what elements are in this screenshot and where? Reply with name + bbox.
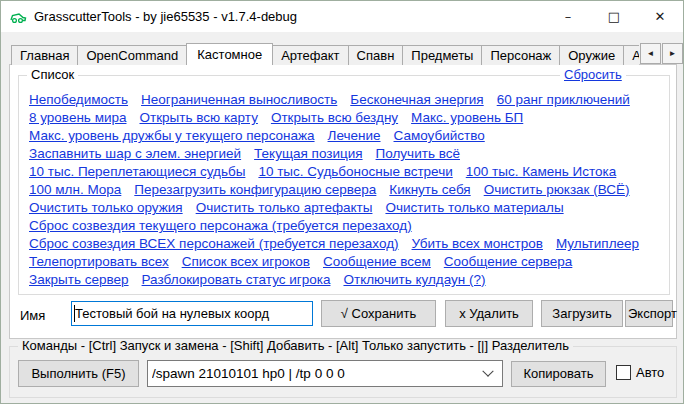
command-link[interactable]: Разблокировать статус игрока bbox=[142, 271, 331, 289]
chevron-down-icon[interactable] bbox=[482, 365, 493, 376]
command-link[interactable]: Список всех игроков bbox=[182, 253, 310, 271]
tab-page-custom: Список Сбросить НепобедимостьНеограничен… bbox=[9, 64, 677, 339]
app-window: GrasscutterTools - by jie65535 - v1.7.4-… bbox=[0, 0, 684, 404]
export-button[interactable]: Экспорт bbox=[625, 300, 673, 327]
link-row: Сброс созвездия текущего персонажа (треб… bbox=[29, 217, 663, 235]
tab-item[interactable]: Персонаж bbox=[481, 45, 560, 65]
command-link[interactable]: Очистить только оружия bbox=[29, 199, 183, 217]
tab-bar: ГлавнаяOpenCommandКастомноеАртефактСпавн… bbox=[11, 42, 639, 65]
list-group-title: Список bbox=[27, 67, 78, 82]
command-link[interactable]: Мультиплеер bbox=[556, 235, 639, 253]
command-link[interactable]: 100 тыс. Камень Истока bbox=[466, 163, 617, 181]
command-link[interactable]: Сообщение всем bbox=[323, 253, 431, 271]
close-icon[interactable]: ✕ bbox=[637, 1, 683, 32]
list-groupbox: Список Сбросить НепобедимостьНеограничен… bbox=[18, 75, 670, 295]
save-button[interactable]: √ Сохранить bbox=[321, 300, 436, 327]
command-link[interactable]: Макс. уровень БП bbox=[411, 109, 523, 127]
link-row: 100 млн. МораПерезагрузить конфигурацию … bbox=[29, 181, 663, 199]
command-link[interactable]: Заспавнить шар с элем. энергией bbox=[29, 145, 241, 163]
command-link[interactable]: Очистить только артефакты bbox=[196, 199, 373, 217]
command-link[interactable]: Неограниченная выносливость bbox=[141, 91, 337, 109]
command-link[interactable]: Лечение bbox=[328, 127, 381, 145]
command-link[interactable]: 10 тыс. Переплетающиеся судьбы bbox=[29, 163, 245, 181]
maximize-icon[interactable]: □ bbox=[591, 1, 637, 32]
auto-checkbox-label: Авто bbox=[636, 365, 664, 380]
tab-item[interactable]: Спавн bbox=[348, 45, 404, 65]
command-link[interactable]: Самоубийство bbox=[394, 127, 485, 145]
tab-item[interactable]: Главная bbox=[11, 45, 78, 65]
command-combobox[interactable]: /spawn 21010101 hp0 | /tp 0 0 0 bbox=[147, 360, 503, 387]
auto-option: Авто bbox=[616, 365, 664, 380]
link-row: Очистить только оружияОчистить только ар… bbox=[29, 199, 663, 217]
command-link[interactable]: Открыть всю карту bbox=[139, 109, 257, 127]
command-link[interactable]: Закрыть сервер bbox=[29, 271, 129, 289]
titlebar: GrasscutterTools - by jie65535 - v1.7.4-… bbox=[1, 1, 683, 32]
command-link[interactable]: Убить всех монстров bbox=[412, 235, 543, 253]
run-button[interactable]: Выполнить (F5) bbox=[18, 360, 139, 387]
command-link[interactable]: Сообщение сервера bbox=[444, 253, 573, 271]
link-row: 8 уровень мираОткрыть всю картуОткрыть в… bbox=[29, 109, 663, 127]
tab-item[interactable]: Кастомное bbox=[186, 43, 273, 65]
link-row: Сброс созвездия ВСЕХ персонажей (требует… bbox=[29, 235, 663, 253]
link-row: 10 тыс. Переплетающиеся судьбы10 тыс. Су… bbox=[29, 163, 663, 181]
command-link[interactable]: 10 тыс. Судьбоносные встречи bbox=[258, 163, 452, 181]
link-row: Закрыть серверРазблокировать статус игро… bbox=[29, 271, 663, 289]
left-arrow-icon: ◄ bbox=[647, 49, 655, 58]
command-link[interactable]: Непобедимость bbox=[29, 91, 128, 109]
window-title: GrasscutterTools - by jie65535 - v1.7.4-… bbox=[34, 9, 297, 24]
command-link[interactable]: Сброс созвездия ВСЕХ персонажей (требует… bbox=[29, 235, 399, 253]
tab-item[interactable]: Аккаунт bbox=[623, 45, 639, 65]
command-link[interactable]: Открыть всю бездну bbox=[271, 109, 398, 127]
link-row: Заспавнить шар с элем. энергиейТекущая п… bbox=[29, 145, 663, 163]
tab-item[interactable]: Артефакт bbox=[272, 45, 348, 65]
tab-scroll-right-button[interactable]: ► bbox=[662, 43, 683, 64]
command-text: /spawn 21010101 hp0 | /tp 0 0 0 bbox=[152, 366, 484, 381]
command-link[interactable]: Макс. уровень дружбы у текущего персонаж… bbox=[29, 127, 315, 145]
command-link-list: НепобедимостьНеограниченная выносливость… bbox=[29, 91, 663, 289]
command-link[interactable]: Кикнуть себя bbox=[389, 181, 470, 199]
minimize-icon[interactable]: – bbox=[545, 1, 591, 32]
command-link[interactable]: Отключить кулдаун (?) bbox=[343, 271, 485, 289]
command-link[interactable]: Очистить рюкзак (ВСЁ) bbox=[484, 181, 630, 199]
commands-group-title: Команды - [Ctrl] Запуск и замена - [Shif… bbox=[18, 338, 573, 353]
command-link[interactable]: Текущая позиция bbox=[254, 145, 362, 163]
link-row: Макс. уровень дружбы у текущего персонаж… bbox=[29, 127, 663, 145]
command-link[interactable]: Телепортировать всех bbox=[29, 253, 169, 271]
copy-button[interactable]: Копировать bbox=[511, 361, 606, 387]
window-controls: – □ ✕ bbox=[545, 1, 683, 32]
tab-item[interactable]: Предметы bbox=[402, 45, 482, 65]
delete-button[interactable]: x Удалить bbox=[445, 300, 533, 327]
right-arrow-icon: ► bbox=[669, 49, 677, 58]
tab-item[interactable]: Оружие bbox=[559, 45, 624, 65]
command-link[interactable]: Бесконечная энергия bbox=[350, 91, 483, 109]
tab-item[interactable]: OpenCommand bbox=[77, 45, 187, 65]
command-link[interactable]: 8 уровень мира bbox=[29, 109, 126, 127]
name-input[interactable]: Тестовый бой на нулевых коорд bbox=[71, 301, 313, 326]
command-link[interactable]: Перезагрузить конфигурацию сервера bbox=[134, 181, 376, 199]
command-link[interactable]: Сброс созвездия текущего персонажа (треб… bbox=[29, 217, 412, 235]
reset-link[interactable]: Сбросить bbox=[560, 67, 626, 82]
tab-scroll-left-button[interactable]: ◄ bbox=[640, 43, 661, 64]
auto-checkbox[interactable] bbox=[616, 365, 631, 380]
link-row: Телепортировать всехСписок всех игроковС… bbox=[29, 253, 663, 271]
command-link[interactable]: 60 ранг приключений bbox=[497, 91, 630, 109]
command-link[interactable]: Очистить только материалы bbox=[385, 199, 563, 217]
link-row: НепобедимостьНеограниченная выносливость… bbox=[29, 91, 663, 109]
name-label: Имя bbox=[20, 308, 45, 323]
app-icon bbox=[9, 9, 27, 25]
load-button[interactable]: Загрузить bbox=[541, 300, 623, 327]
commands-groupbox: Команды - [Ctrl] Запуск и замена - [Shif… bbox=[9, 346, 677, 398]
command-link[interactable]: Получить всё bbox=[376, 145, 460, 163]
command-link[interactable]: 100 млн. Мора bbox=[29, 181, 121, 199]
